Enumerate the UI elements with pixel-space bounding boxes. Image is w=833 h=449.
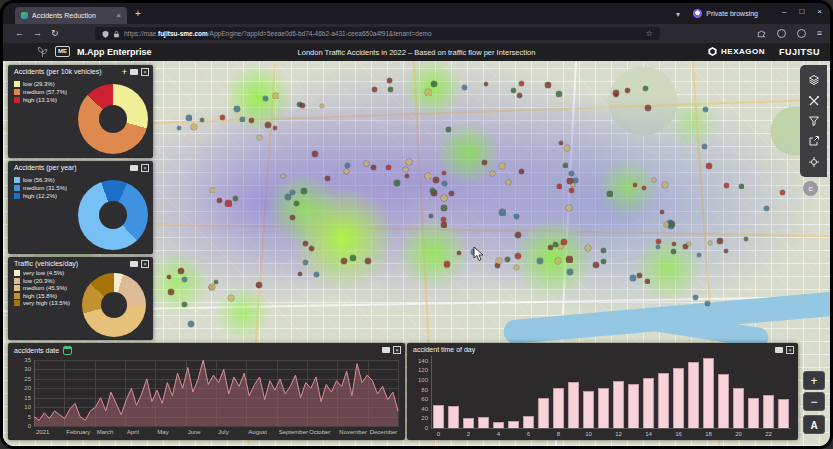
accident-marker[interactable]	[441, 222, 447, 228]
accident-marker[interactable]	[519, 169, 524, 174]
accident-marker[interactable]	[633, 183, 637, 187]
accident-marker[interactable]	[484, 82, 488, 86]
forward-button[interactable]: →	[33, 29, 42, 38]
bar[interactable]	[673, 368, 684, 429]
accident-marker[interactable]	[462, 85, 467, 90]
bar[interactable]	[778, 399, 789, 428]
accident-marker[interactable]	[548, 245, 553, 250]
bar[interactable]	[763, 395, 774, 428]
accident-marker[interactable]	[505, 257, 510, 262]
accident-marker[interactable]	[556, 91, 562, 97]
credits-button[interactable]: c	[803, 181, 818, 196]
export-icon[interactable]	[807, 135, 820, 148]
accident-marker[interactable]	[671, 249, 676, 254]
accident-marker[interactable]	[545, 82, 551, 88]
bar[interactable]	[508, 421, 519, 428]
accident-marker[interactable]	[613, 90, 619, 96]
accident-marker[interactable]	[490, 171, 495, 176]
accident-marker[interactable]	[511, 88, 516, 93]
accident-marker[interactable]	[325, 176, 330, 181]
accident-marker[interactable]	[214, 280, 218, 284]
panel-collapse-icon[interactable]	[130, 261, 138, 267]
panel-collapse-icon[interactable]	[382, 347, 390, 353]
accident-marker[interactable]	[182, 302, 187, 307]
window-close-button[interactable]: ×	[817, 7, 822, 16]
bar[interactable]	[613, 381, 624, 428]
accident-marker[interactable]	[566, 256, 573, 263]
extensions-icon[interactable]	[757, 29, 766, 38]
accident-marker[interactable]	[234, 106, 240, 112]
bar[interactable]	[478, 417, 489, 428]
bar[interactable]	[448, 406, 459, 428]
accident-marker[interactable]	[705, 301, 710, 306]
accident-marker[interactable]	[645, 105, 651, 111]
accident-marker[interactable]	[717, 238, 723, 244]
attribution-button[interactable]: A	[803, 415, 825, 434]
accident-marker[interactable]	[442, 181, 447, 186]
back-button[interactable]: ←	[15, 29, 24, 38]
accident-marker[interactable]	[506, 180, 511, 185]
accident-marker[interactable]	[240, 117, 245, 122]
accident-marker[interactable]	[182, 277, 187, 282]
accident-marker[interactable]	[515, 253, 521, 259]
bar[interactable]	[658, 373, 669, 428]
accident-marker[interactable]	[739, 184, 744, 189]
accident-marker[interactable]	[273, 126, 277, 130]
accident-marker[interactable]	[225, 200, 232, 207]
accident-marker[interactable]	[637, 273, 642, 278]
accident-marker[interactable]	[702, 144, 707, 149]
accident-marker[interactable]	[780, 190, 785, 195]
accident-marker[interactable]	[514, 265, 519, 270]
accident-marker[interactable]	[249, 118, 254, 123]
accident-marker[interactable]	[660, 210, 664, 214]
accident-marker[interactable]	[607, 191, 613, 197]
accident-marker[interactable]	[168, 289, 174, 295]
accident-marker[interactable]	[210, 188, 215, 193]
accident-marker[interactable]	[724, 183, 729, 188]
panel-add-icon[interactable]: +	[122, 68, 127, 76]
accident-marker[interactable]	[567, 269, 573, 275]
bar[interactable]	[493, 422, 504, 428]
panel-collapse-icon[interactable]	[130, 165, 138, 171]
bar[interactable]	[583, 391, 594, 428]
layers-icon[interactable]	[807, 74, 820, 87]
accident-marker[interactable]	[517, 93, 522, 98]
panel-collapse-icon[interactable]	[130, 69, 138, 75]
accident-marker[interactable]	[744, 237, 748, 241]
accident-marker[interactable]	[708, 241, 712, 245]
accident-marker[interactable]	[345, 163, 350, 168]
accident-marker[interactable]	[656, 239, 661, 244]
accident-marker[interactable]	[371, 165, 376, 170]
sync-icon[interactable]	[797, 29, 806, 38]
bookmark-star-icon[interactable]: ☆	[646, 29, 653, 38]
panel-close-icon[interactable]: ×	[393, 346, 401, 354]
bar[interactable]	[553, 388, 564, 428]
accident-marker[interactable]	[387, 78, 392, 83]
accident-marker[interactable]	[564, 145, 570, 151]
accident-marker[interactable]	[557, 184, 562, 189]
accident-marker[interactable]	[519, 81, 524, 86]
accident-marker[interactable]	[364, 161, 369, 166]
accident-marker[interactable]	[496, 258, 502, 264]
accident-marker[interactable]	[298, 272, 302, 276]
panel-close-icon[interactable]: ×	[786, 346, 794, 354]
accident-marker[interactable]	[514, 214, 519, 219]
bar[interactable]	[718, 374, 729, 428]
accident-marker[interactable]	[442, 171, 446, 175]
accident-marker[interactable]	[405, 174, 409, 178]
accident-marker[interactable]	[482, 160, 487, 165]
accident-marker[interactable]	[625, 88, 630, 93]
accident-marker[interactable]	[429, 214, 433, 218]
accident-marker[interactable]	[593, 262, 599, 268]
accidents-date-chart[interactable]: 051015202530352021FebruaryMarchAprilMayJ…	[34, 360, 398, 426]
zoom-in-button[interactable]: +	[803, 371, 825, 390]
accident-marker[interactable]	[320, 104, 324, 108]
accident-marker[interactable]	[167, 275, 171, 279]
accident-marker[interactable]	[303, 260, 308, 265]
address-input[interactable]: https://mae.fujitsu-sme.com/AppEngine/?a…	[95, 27, 660, 40]
accident-marker[interactable]	[281, 174, 285, 178]
accident-marker[interactable]	[566, 205, 572, 211]
donut-chart-accidents-per-10k[interactable]	[78, 84, 148, 154]
accident-marker[interactable]	[672, 242, 676, 246]
accident-marker[interactable]	[706, 163, 712, 169]
